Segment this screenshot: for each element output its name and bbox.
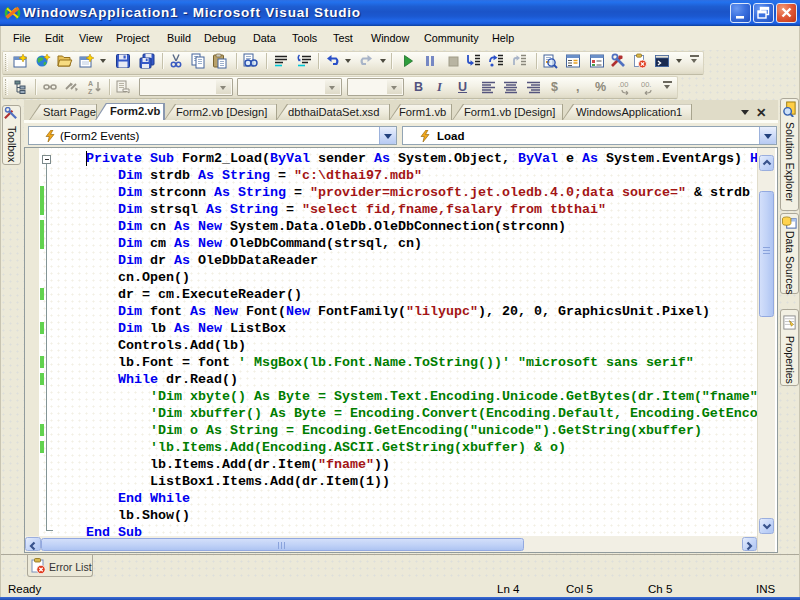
svg-text:Z: Z	[88, 88, 93, 95]
svg-text:.00: .00	[618, 80, 628, 89]
svg-text:A: A	[88, 80, 93, 87]
svg-text:00.: 00.	[641, 80, 651, 89]
